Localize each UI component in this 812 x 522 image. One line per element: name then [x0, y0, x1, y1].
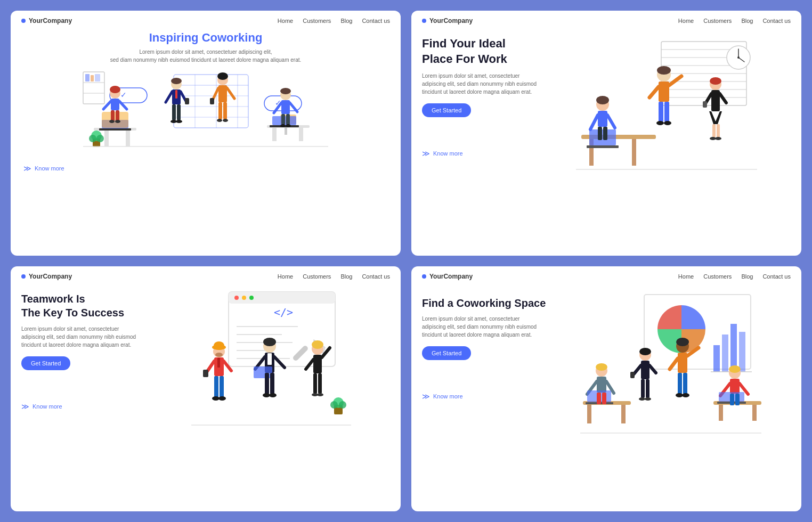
card3-body: Teamwork Is The Key To Success Lorem ips… — [11, 287, 401, 441]
svg-line-95 — [590, 115, 598, 129]
card-coworking-space: YourCompany Home Customers Blog Contact … — [411, 266, 801, 511]
svg-point-47 — [223, 119, 228, 122]
logo-dot-1 — [21, 19, 26, 23]
svg-point-189 — [639, 348, 651, 355]
svg-point-211 — [729, 365, 741, 373]
svg-rect-98 — [603, 127, 607, 140]
nav-home-2[interactable]: Home — [678, 18, 694, 24]
svg-rect-172 — [722, 335, 728, 372]
logo-dot-2 — [422, 19, 426, 23]
nav-customers-3[interactable]: Customers — [303, 273, 331, 280]
svg-rect-94 — [598, 111, 607, 127]
nav-bar-2: YourCompany Home Customers Blog Contact … — [411, 11, 801, 31]
svg-rect-204 — [683, 373, 687, 394]
svg-line-102 — [669, 76, 681, 85]
svg-point-28 — [171, 78, 182, 84]
logo-text-3: YourCompany — [29, 273, 72, 280]
nav-home-3[interactable]: Home — [278, 273, 293, 280]
svg-rect-34 — [172, 104, 176, 120]
card2-desc: Lorem ipsum dolor sit amet, consectetuer… — [422, 72, 537, 96]
card4-body: Find a Coworking Space Lorem ipsum dolor… — [411, 287, 801, 446]
svg-rect-181 — [597, 377, 606, 393]
svg-point-25 — [109, 120, 115, 123]
svg-point-166 — [330, 401, 338, 409]
svg-point-205 — [676, 393, 683, 397]
card3-cta-button[interactable]: Get Started — [21, 356, 70, 370]
nav-blog-3[interactable]: Blog — [340, 273, 352, 280]
svg-rect-186 — [597, 393, 601, 404]
nav-customers-2[interactable]: Customers — [703, 18, 732, 24]
svg-point-154 — [269, 393, 277, 397]
svg-rect-150 — [254, 366, 272, 378]
svg-rect-112 — [703, 101, 707, 108]
svg-rect-209 — [752, 405, 757, 421]
svg-rect-177 — [587, 405, 591, 423]
svg-rect-178 — [621, 405, 626, 423]
svg-rect-20 — [111, 99, 119, 110]
svg-rect-17 — [102, 112, 128, 128]
svg-text:✓: ✓ — [120, 91, 127, 99]
nav-home-4[interactable]: Home — [678, 273, 694, 280]
nav-links-4: Home Customers Blog Contact us — [678, 273, 791, 280]
svg-rect-90 — [589, 129, 616, 145]
card2-text: Find Your Ideal Place For Work Lorem ips… — [422, 36, 537, 158]
svg-rect-152 — [270, 373, 274, 394]
svg-line-103 — [649, 87, 659, 97]
card4-illustration — [551, 292, 791, 441]
svg-point-39 — [217, 72, 228, 80]
svg-point-199 — [676, 338, 689, 346]
svg-rect-138 — [203, 370, 208, 377]
svg-rect-105 — [664, 102, 669, 122]
svg-point-197 — [645, 397, 651, 401]
svg-rect-43 — [210, 98, 214, 104]
svg-rect-49 — [272, 128, 277, 141]
svg-point-133 — [214, 341, 224, 350]
nav-blog-4[interactable]: Blog — [741, 273, 753, 280]
svg-line-31 — [166, 92, 172, 102]
nav-contact-4[interactable]: Contact us — [762, 273, 791, 280]
svg-point-142 — [212, 396, 220, 401]
svg-rect-195 — [646, 379, 649, 398]
nav-blog-2[interactable]: Blog — [741, 18, 753, 24]
card3-illustration: </> — [141, 287, 390, 436]
card3-know-more[interactable]: ≫ Know more — [21, 402, 136, 411]
card1-know-more[interactable]: ≫ Know more — [23, 164, 388, 173]
svg-rect-91 — [587, 145, 619, 148]
svg-rect-190 — [641, 361, 649, 379]
svg-rect-217 — [730, 394, 734, 405]
svg-rect-115 — [717, 124, 720, 137]
card4-cta-button[interactable]: Get Started — [422, 346, 471, 360]
logo-dot-4 — [422, 274, 426, 279]
svg-rect-30 — [175, 90, 177, 99]
svg-rect-187 — [602, 393, 606, 404]
nav-home-1[interactable]: Home — [278, 18, 293, 24]
svg-rect-194 — [641, 379, 645, 398]
nav-contact-2[interactable]: Contact us — [762, 18, 791, 24]
svg-rect-104 — [659, 102, 663, 122]
card4-know-more[interactable]: ≫ Know more — [422, 392, 546, 401]
nav-blog-1[interactable]: Blog — [340, 18, 352, 24]
nav-customers-4[interactable]: Customers — [703, 273, 732, 280]
svg-point-180 — [596, 363, 607, 371]
card1-title: Inspiring Coworking — [23, 31, 388, 45]
svg-point-107 — [664, 121, 671, 125]
nav-customers-1[interactable]: Customers — [303, 18, 331, 24]
card3-desc: Lorem ipsum dolor sit amet, consectetuer… — [21, 325, 136, 349]
card3-text: Teamwork Is The Key To Success Lorem ips… — [21, 287, 136, 411]
svg-point-109 — [710, 77, 721, 85]
svg-rect-160 — [313, 373, 317, 394]
svg-point-19 — [110, 86, 120, 93]
svg-rect-69 — [95, 74, 100, 81]
logo-2: YourCompany — [422, 17, 473, 25]
card2-know-more[interactable]: ≫ Know more — [422, 149, 537, 158]
svg-rect-141 — [220, 376, 224, 397]
svg-rect-23 — [111, 110, 115, 121]
svg-rect-68 — [91, 75, 94, 81]
svg-rect-14 — [126, 130, 130, 146]
card4-text: Find a Coworking Space Lorem ipsum dolor… — [422, 292, 546, 401]
svg-rect-89 — [632, 139, 636, 166]
card2-cta-button[interactable]: Get Started — [422, 103, 471, 117]
nav-contact-3[interactable]: Contact us — [362, 273, 390, 280]
svg-point-121 — [234, 296, 239, 300]
nav-contact-1[interactable]: Contact us — [362, 18, 390, 24]
